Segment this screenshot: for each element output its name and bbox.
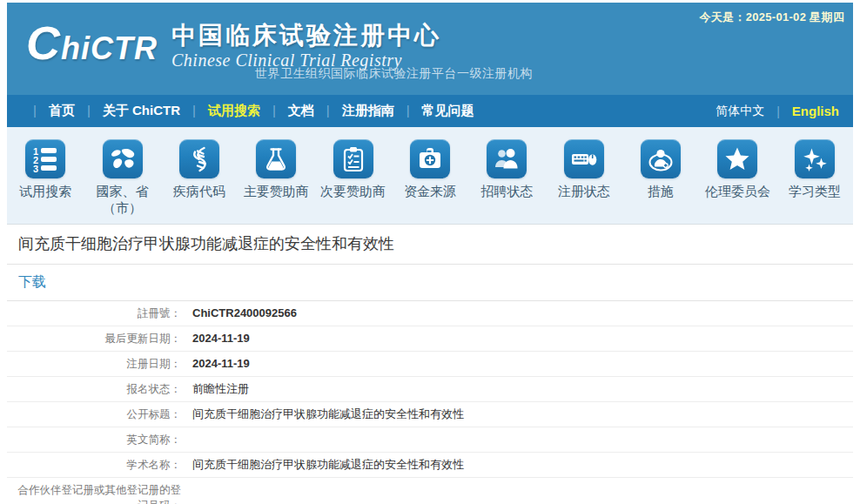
chictr-logo[interactable]: ChiCTR — [26, 20, 158, 71]
toolbar-item-label: 次要赞助商 — [314, 183, 391, 199]
toolbar-item-label: 國家、省 （市） — [84, 183, 160, 216]
table-row: 报名状态： 前瞻性注册 — [7, 377, 853, 402]
page: 今天是：2025-01-02 星期四 ChiCTR 中国临床试验注册中心 Chi… — [7, 3, 853, 504]
toolbar-item-label: 学习类型 — [776, 183, 853, 199]
toolbar-item[interactable]: 资金来源 — [392, 127, 468, 224]
nav-item-label: 常见问题 — [422, 103, 474, 118]
nav-item[interactable]: 文档 — [260, 103, 314, 119]
language-switcher: 简体中文 | English — [716, 104, 839, 119]
svg-text:3: 3 — [33, 164, 38, 173]
field-value: 间充质干细胞治疗甲状腺功能减退症的安全性和有效性 — [181, 407, 853, 422]
medical-bag-icon — [416, 145, 444, 173]
field-value: 间充质干细胞治疗甲状腺功能减退症的安全性和有效性 — [181, 457, 853, 473]
toolbar-item[interactable]: 措施 — [622, 127, 699, 224]
lang-zh-link[interactable]: 简体中文 — [716, 104, 764, 119]
toolbar-item[interactable]: 次要赞助商 — [314, 127, 391, 224]
toolbar-item[interactable]: 伦理委员会 — [699, 127, 776, 224]
field-label: 注册日期： — [7, 356, 181, 372]
toolbar-item[interactable]: 注册状态 — [546, 127, 622, 224]
toolbar-tile[interactable] — [179, 139, 219, 178]
table-row: 注册日期： 2024-11-19 — [7, 352, 853, 377]
toolbar-item-label: 伦理委员会 — [699, 183, 776, 199]
nav-item-label: 关于 ChiCTR — [103, 103, 180, 118]
nav-item[interactable]: 常见问题 — [394, 103, 474, 119]
nav-item-label: 注册指南 — [342, 103, 394, 118]
field-value: ChiCTR2400092566 — [181, 306, 853, 321]
field-label: 公开标题： — [7, 407, 181, 422]
nav-item-label: 文档 — [288, 103, 314, 118]
toolbar-tile[interactable] — [256, 139, 296, 178]
site-header: 今天是：2025-01-02 星期四 ChiCTR 中国临床试验注册中心 Chi… — [7, 3, 853, 95]
toolbar-item-label: 疾病代码 — [161, 183, 238, 199]
dna-icon — [185, 145, 213, 173]
keyboard-mouse-icon — [570, 145, 598, 173]
lang-separator: | — [776, 104, 780, 118]
nav-item[interactable]: 注册指南 — [314, 103, 394, 119]
toolbar-tile[interactable] — [795, 139, 835, 178]
table-row: 公开标题： 间充质干细胞治疗甲状腺功能减退症的安全性和有效性 — [7, 402, 853, 427]
toolbar-tile[interactable] — [103, 139, 143, 178]
who-platform-line: 世界卫生组织国际临床试验注册平台一级注册机构 — [255, 66, 533, 82]
toolbar-tile[interactable] — [717, 139, 757, 178]
sparkles-icon — [801, 145, 829, 173]
table-row: 註冊號： ChiCTR2400092566 — [7, 301, 853, 326]
table-row: 合作伙伴登记册或其他登记册的登记号码： — [7, 478, 853, 504]
toolbar-item-label: 措施 — [622, 183, 699, 199]
nav-item-label: 首页 — [49, 103, 75, 118]
today-date: 今天是：2025-01-02 星期四 — [699, 10, 844, 25]
brand[interactable]: ChiCTR 中国临床试验注册中心 Chinese Clinical Trial… — [26, 20, 441, 71]
lang-en-link[interactable]: English — [792, 104, 839, 118]
search-filter-toolbar: 123 试用搜索 國家、省 （市） 疾病代码 主要赞助商 次要赞助商 — [7, 127, 853, 225]
site-title-zh: 中国临床试验注册中心 — [171, 22, 441, 50]
field-value: 2024-11-19 — [181, 331, 853, 346]
field-value: 前瞻性注册 — [181, 381, 853, 397]
toolbar-tile[interactable]: 123 — [25, 139, 65, 178]
toolbar-tile[interactable] — [487, 139, 527, 178]
people-icon — [493, 145, 521, 173]
toolbar-tile[interactable] — [410, 139, 450, 178]
table-row: 学术名称： 间充质干细胞治疗甲状腺功能减退症的安全性和有效性 — [7, 453, 853, 478]
main-nav: 首页 关于 ChiCTR 试用搜索 文档 注册指南 常见问题 简体中文 | En… — [7, 95, 853, 127]
nav-item[interactable]: 试用搜索 — [180, 103, 260, 119]
toolbar-item[interactable]: 123 试用搜索 — [7, 127, 84, 224]
doctor-icon — [647, 145, 675, 173]
field-label: 学术名称： — [7, 457, 181, 473]
toolbar-tile[interactable] — [564, 139, 604, 178]
toolbar-item[interactable]: 疾病代码 — [161, 127, 238, 224]
brand-titles: 中国临床试验注册中心 Chinese Clinical Trial Regist… — [171, 20, 441, 71]
field-label: 英文简称： — [7, 432, 181, 447]
toolbar-tile[interactable] — [641, 139, 681, 178]
download-link[interactable]: 下载 — [18, 274, 46, 289]
nav-item-label: 试用搜索 — [208, 103, 260, 118]
trial-title: 间充质干细胞治疗甲状腺功能减退症的安全性和有效性 — [7, 225, 853, 265]
nav-item[interactable]: 关于 ChiCTR — [75, 103, 180, 119]
toolbar-item-label: 试用搜索 — [7, 183, 84, 199]
toolbar-item[interactable]: 國家、省 （市） — [84, 127, 160, 224]
toolbar-item-label: 注册状态 — [546, 183, 622, 199]
toolbar-item[interactable]: 招聘状态 — [468, 127, 545, 224]
trial-detail-table: 註冊號： ChiCTR2400092566 最后更新日期： 2024-11-19… — [7, 301, 853, 504]
star-icon — [723, 145, 751, 173]
field-value: 2024-11-19 — [181, 356, 853, 372]
clipboard-icon — [339, 145, 367, 173]
toolbar-item-label: 资金来源 — [392, 183, 468, 199]
nav-list: 首页 关于 ChiCTR 试用搜索 文档 注册指南 常见问题 — [21, 103, 474, 119]
nav-item[interactable]: 首页 — [21, 103, 75, 119]
field-label: 最后更新日期： — [7, 331, 181, 346]
flask-icon — [262, 145, 290, 173]
field-label: 註冊號： — [7, 306, 181, 321]
field-label: 合作伙伴登记册或其他登记册的登记号码： — [7, 482, 181, 504]
list-123-icon: 123 — [31, 145, 59, 173]
download-row: 下载 — [7, 265, 853, 301]
table-row: 最后更新日期： 2024-11-19 — [7, 326, 853, 352]
table-row: 英文简称： — [7, 427, 853, 453]
toolbar-tile[interactable] — [333, 139, 373, 178]
toolbar-item-label: 主要赞助商 — [238, 183, 314, 199]
world-map-icon — [109, 145, 137, 173]
toolbar-item[interactable]: 学习类型 — [776, 127, 853, 224]
toolbar-item-label: 招聘状态 — [468, 183, 545, 199]
field-label: 报名状态： — [7, 381, 181, 397]
toolbar-item[interactable]: 主要赞助商 — [238, 127, 314, 224]
